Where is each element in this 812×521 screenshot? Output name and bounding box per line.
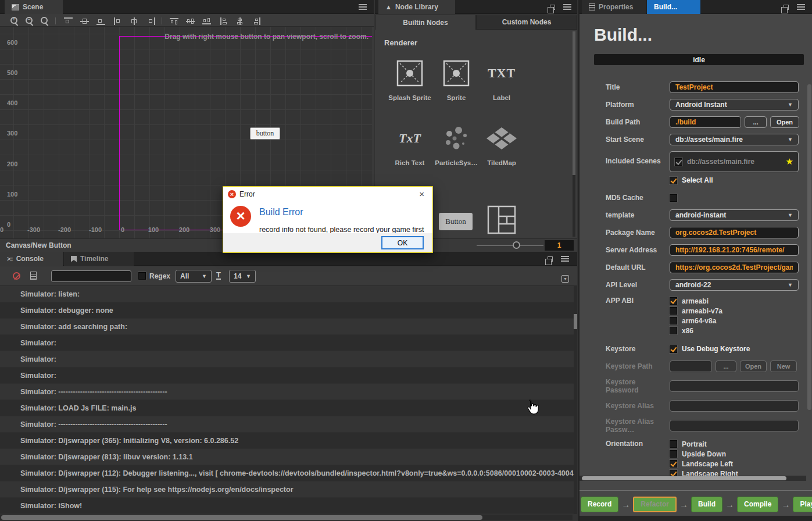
browse-button[interactable]: ... [745, 116, 767, 128]
abi-checkbox[interactable] [670, 307, 677, 315]
orientation-checkbox[interactable] [670, 440, 677, 448]
zoom-reset-icon[interactable] [41, 17, 49, 25]
tab-console[interactable]: >≡ Console [0, 252, 63, 266]
align-h-center-icon[interactable] [130, 17, 139, 25]
tab-timeline[interactable]: Timeline [64, 252, 134, 266]
distribute-v-center-icon[interactable] [186, 17, 195, 25]
console-log[interactable]: Simulator: listen: Simulator: debugger: … [0, 286, 574, 514]
abi-option[interactable]: armeabi-v7a [670, 306, 722, 315]
node-item-label: TiledMap [474, 159, 530, 166]
platform-select[interactable]: Android Instant ▼ [670, 99, 799, 110]
open-log-icon[interactable] [30, 272, 37, 280]
align-right-icon[interactable] [146, 17, 155, 25]
align-v-center-icon[interactable] [80, 17, 89, 25]
orientation-checkbox[interactable] [670, 460, 677, 468]
close-icon[interactable]: × [416, 189, 428, 199]
zoom-out-icon[interactable]: − [26, 17, 34, 25]
button-node[interactable]: button [250, 127, 280, 140]
tab-properties[interactable]: Properties [582, 0, 646, 14]
chevron-down-icon: ▼ [788, 137, 793, 142]
abi-checkbox[interactable] [670, 297, 677, 305]
popout-icon[interactable] [784, 5, 789, 10]
default-url-input[interactable] [670, 262, 799, 273]
record-button[interactable]: Record [581, 497, 618, 512]
menu-icon[interactable] [563, 4, 571, 10]
tab-builtin-nodes[interactable]: Builtin Nodes [375, 15, 476, 30]
refactor-button[interactable]: Refactor [633, 497, 677, 512]
ruler-x-label: -300 [22, 226, 45, 233]
distribute-top-icon[interactable] [170, 17, 178, 25]
title-input[interactable] [670, 81, 799, 93]
abi-checkbox[interactable] [670, 327, 677, 334]
select-all-checkbox[interactable] [670, 177, 677, 184]
console-vertical-scrollbar[interactable] [574, 286, 577, 514]
console-horizontal-scrollbar[interactable] [0, 515, 573, 520]
abi-option[interactable]: armeabi [670, 297, 722, 305]
tab-node-library[interactable]: ▲ Node Library [378, 0, 455, 14]
build-vertical-scrollbar[interactable] [807, 84, 811, 410]
chevron-down-icon: ▼ [246, 273, 251, 279]
tab-custom-nodes[interactable]: Custom Nodes [476, 15, 577, 30]
console-tab-label: Console [16, 255, 44, 263]
node-item-button[interactable]: Button [439, 213, 473, 230]
build-form-scroll-area[interactable]: Build... idle Title Platform Android Ins… [580, 15, 812, 476]
distribute-left-icon[interactable] [220, 17, 228, 25]
compile-button[interactable]: Compile [737, 497, 778, 512]
node-item-layout-icon[interactable] [487, 205, 516, 234]
orientation-checkbox[interactable] [670, 470, 677, 476]
star-icon[interactable]: ★ [786, 156, 793, 167]
popout-icon[interactable] [548, 256, 553, 262]
align-left-icon[interactable] [114, 17, 123, 25]
tab-build[interactable]: Build... [647, 0, 700, 14]
dialog-titlebar[interactable]: × Error × [223, 187, 432, 201]
regex-checkbox[interactable] [138, 272, 146, 280]
collapse-log-icon[interactable]: ▼ [561, 275, 569, 283]
menu-icon[interactable] [359, 4, 367, 10]
distribute-right-icon[interactable] [252, 17, 261, 25]
font-size-select[interactable]: 14 ▼ [229, 270, 256, 283]
console-log-row: Simulator: D/jswrapper (813): libuv vers… [0, 449, 574, 465]
tab-scene[interactable]: Scene [5, 0, 63, 14]
popout-icon[interactable] [550, 5, 555, 10]
use-debug-keystore-checkbox[interactable] [670, 345, 677, 353]
align-bottom-icon[interactable] [96, 17, 105, 25]
distribute-bottom-icon[interactable] [202, 17, 211, 25]
orientation-option[interactable]: Upside Down [670, 449, 738, 458]
preview-zoom-slider[interactable] [477, 245, 543, 246]
slider-knob[interactable] [513, 241, 520, 249]
md5-cache-checkbox[interactable] [670, 194, 677, 202]
package-name-input[interactable] [670, 227, 799, 238]
play-button[interactable]: Play [793, 497, 812, 512]
orientation-option[interactable]: Portrait [670, 440, 738, 448]
ok-button[interactable]: OK [381, 236, 424, 249]
build-button[interactable]: Build [691, 497, 722, 512]
align-top-icon[interactable] [64, 17, 73, 25]
api-level-select[interactable]: android-22 ▼ [670, 279, 799, 291]
abi-checkbox[interactable] [670, 317, 677, 324]
abi-option[interactable]: x86 [670, 326, 722, 335]
log-filter-select[interactable]: All ▼ [176, 270, 212, 283]
start-scene-select[interactable]: db://assets/main.fire ▼ [670, 134, 799, 145]
included-scenes-list[interactable]: db://assets/main.fire ★ [670, 151, 799, 172]
dialog-body: × Build Error record info not found, ple… [223, 201, 432, 234]
orientation-option[interactable]: Landscape Left [670, 459, 738, 468]
distribute-h-center-icon[interactable] [236, 17, 245, 25]
console-search-input[interactable] [51, 270, 131, 282]
clear-console-icon[interactable] [13, 272, 20, 280]
error-icon-large: × [230, 206, 251, 227]
node-item-label-node[interactable]: TXT Label [474, 58, 530, 101]
open-button[interactable]: Open [770, 116, 799, 128]
zoom-in-icon[interactable]: + [10, 17, 19, 25]
template-select[interactable]: android-instant ▼ [670, 209, 799, 221]
orientation-option[interactable]: Landscape Right [670, 469, 738, 476]
menu-icon[interactable] [561, 256, 569, 262]
menu-icon[interactable] [797, 4, 805, 10]
orientation-label: Portrait [682, 440, 707, 448]
abi-option[interactable]: arm64-v8a [670, 316, 722, 325]
node-item-tiledmap[interactable]: TiledMap [474, 123, 530, 166]
orientation-checkbox[interactable] [670, 450, 677, 458]
nodelib-scrollbar[interactable] [573, 31, 575, 237]
build-path-input[interactable] [670, 116, 741, 128]
build-horizontal-scrollbar[interactable] [580, 476, 806, 481]
server-address-input[interactable] [670, 244, 799, 256]
